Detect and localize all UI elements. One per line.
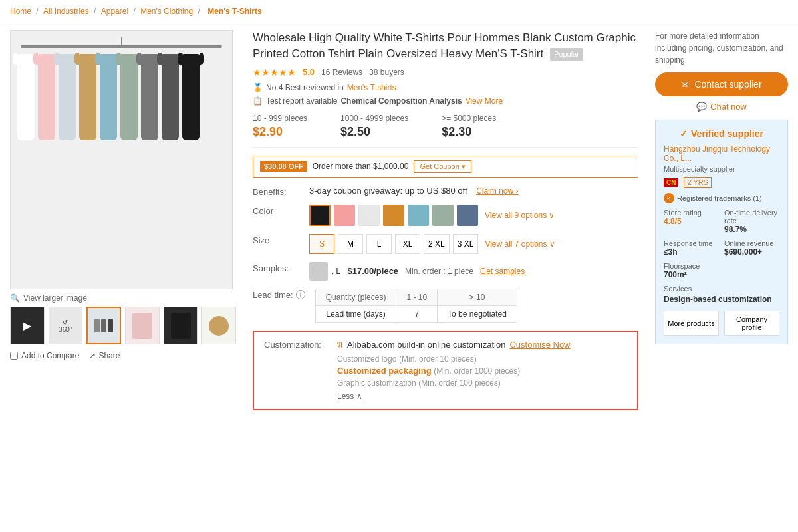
- share-icon: ↗: [89, 351, 96, 360]
- thumbnail-360[interactable]: ↺360°: [49, 307, 83, 344]
- off-badge: $30.00 OFF: [260, 161, 307, 172]
- verified-supplier-box: ✓ Verified supplier Hangzhou Jingqiu Tec…: [655, 120, 788, 344]
- view-larger-link[interactable]: 🔍 View larger image: [10, 293, 236, 303]
- view-more-link[interactable]: View More: [466, 96, 503, 106]
- less-link[interactable]: Less ∧: [337, 392, 362, 401]
- table-row: Lead time (days) 7 To be negotiated: [315, 305, 517, 322]
- color-row: Color View all 9 options ∨: [253, 205, 638, 226]
- dropdown-icon: ▾: [462, 162, 466, 171]
- verified-title: ✓ Verified supplier: [664, 128, 779, 139]
- stat-online-revenue: Online revenue $690,000+: [724, 239, 779, 257]
- view-all-sizes-link[interactable]: View all 7 options ∨: [485, 239, 555, 249]
- breadcrumb-current: Men's T-Shirts: [207, 7, 262, 16]
- trademark-badge: ✓: [664, 193, 674, 203]
- breadcrumb-mens-clothing[interactable]: Men's Clothing: [140, 7, 193, 16]
- product-title: Wholesale High Quality White T-Shirts Po…: [253, 30, 638, 62]
- thumbnail-dark[interactable]: [164, 307, 198, 344]
- thumbnail-row: ▶ ↺360°: [10, 307, 236, 344]
- supplier-name-link[interactable]: Hangzhou Jingqiu Technology Co., L...: [664, 144, 779, 163]
- add-to-compare-checkbox[interactable]: [10, 352, 18, 360]
- size-l[interactable]: L: [366, 234, 392, 254]
- color-swatch-white[interactable]: [358, 205, 380, 226]
- price-tier-3: >= 5000 pieces $2.30: [442, 114, 496, 139]
- cn-flag: CN: [664, 178, 678, 187]
- trademark: ✓ Registered trademarks (1): [664, 193, 779, 203]
- breadcrumb-home[interactable]: Home: [10, 7, 31, 16]
- claim-now-link[interactable]: Claim now ›: [476, 186, 518, 196]
- view-all-colors-link[interactable]: View all 9 options ∨: [485, 211, 555, 220]
- popular-badge: Popular: [550, 48, 583, 61]
- color-swatch-black[interactable]: [309, 205, 331, 226]
- main-container: 🔍 View larger image ▶ ↺360°: [0, 23, 798, 417]
- play-icon: ▶: [23, 319, 31, 332]
- company-profile-button[interactable]: Company profile: [724, 311, 779, 336]
- size-options: S M L XL 2 XL 3 XL View all 7 options ∨: [309, 234, 638, 254]
- image-section: 🔍 View larger image ▶ ↺360°: [10, 30, 236, 410]
- price-1: $2.90: [253, 125, 307, 139]
- size-s[interactable]: S: [309, 234, 334, 254]
- samples-info: , L $17.00/piece Min. order : 1 piece Ge…: [309, 262, 638, 281]
- product-info: Wholesale High Quality White T-Shirts Po…: [246, 30, 645, 410]
- stat-floorspace: Floorspace 700m²: [664, 262, 719, 279]
- breadcrumb: Home / All Industries / Apparel / Men's …: [0, 0, 798, 23]
- custom-item-1: Customized logo (Min. order 10 pieces): [337, 354, 627, 364]
- samples-row: Samples: , L $17.00/piece Min. order : 1…: [253, 262, 638, 281]
- contact-supplier-button[interactable]: ✉ Contact supplier: [655, 72, 788, 96]
- years-badge: 2 YRS: [684, 177, 712, 188]
- size-m[interactable]: M: [338, 234, 363, 254]
- thumbnail-accessories[interactable]: [201, 307, 236, 344]
- chat-now-button[interactable]: 💬 Chat now: [655, 102, 788, 112]
- stat-response-time: Response time ≤3h: [664, 239, 719, 257]
- verified-icon: ✓: [680, 128, 688, 139]
- color-swatch-pink[interactable]: [334, 205, 355, 226]
- size-2xl[interactable]: 2 XL: [424, 234, 450, 254]
- thumbnail-main[interactable]: [86, 307, 121, 344]
- color-swatch-gray-green[interactable]: [432, 205, 454, 226]
- color-swatch-orange[interactable]: [383, 205, 404, 226]
- rating-row: ★★★★★ 5.0 16 Reviews 38 buyers: [253, 67, 638, 78]
- coupon-bar: $30.00 OFF Order more than $1,000.00 Get…: [253, 156, 638, 178]
- price-tier-2: 1000 - 4999 pieces $2.50: [340, 114, 408, 139]
- services-value: Design-based customization: [664, 295, 779, 304]
- min-order: Min. order : 1 piece: [405, 267, 473, 276]
- size-3xl[interactable]: 3 XL: [453, 234, 479, 254]
- get-coupon-button[interactable]: Get Coupon ▾: [414, 160, 471, 173]
- more-info-text: For more detailed information including …: [655, 30, 788, 66]
- sample-price: $17.00/piece: [347, 266, 398, 276]
- test-report: 📋 Test report available Chemical Composi…: [253, 96, 638, 106]
- lead-time-row: Lead time: i Quantity (pieces) 1 - 10 > …: [253, 289, 638, 323]
- stat-store-rating: Store rating 4.8/5: [664, 209, 719, 234]
- clipboard-icon: 📋: [253, 96, 263, 106]
- rating-score: 5.0: [303, 67, 315, 77]
- info-icon[interactable]: i: [296, 290, 305, 299]
- services-section: Services Design-based customization: [664, 285, 779, 304]
- custom-item-2: Customized packaging (Min. order 1000 pi…: [337, 366, 627, 376]
- customise-now-link[interactable]: Customise Now: [509, 340, 570, 350]
- chevron-down-icon: ∨: [549, 211, 555, 220]
- 360-icon: ↺360°: [59, 319, 72, 333]
- thumbnail-play[interactable]: ▶: [10, 307, 45, 344]
- stat-delivery-rate: On-time delivery rate 98.7%: [724, 209, 779, 234]
- chevron-down-icon-2: ∨: [549, 239, 555, 249]
- reviews-link[interactable]: 16 Reviews: [321, 68, 362, 77]
- color-swatch-navy[interactable]: [457, 205, 478, 226]
- main-product-image: [10, 30, 233, 289]
- share-button[interactable]: ↗ Share: [89, 351, 120, 360]
- get-samples-link[interactable]: Get samples: [480, 267, 525, 276]
- envelope-icon: ✉: [681, 79, 689, 90]
- thumbnail-pink[interactable]: [125, 307, 160, 344]
- alibaba-icon: 𝔄: [337, 340, 343, 350]
- compare-share-bar: Add to Compare ↗ Share: [10, 351, 236, 360]
- best-reviewed: 🏅 No.4 Best reviewed in Men's T-shirts: [253, 83, 638, 92]
- action-buttons: More products Company profile: [664, 311, 779, 336]
- size-row: Size S M L XL 2 XL 3 XL View all 7 optio…: [253, 234, 638, 254]
- breadcrumb-all-industries[interactable]: All Industries: [43, 7, 89, 16]
- sidebar: For more detailed information including …: [655, 30, 788, 410]
- breadcrumb-apparel[interactable]: Apparel: [101, 7, 128, 16]
- rank-category-link[interactable]: Men's T-shirts: [347, 83, 396, 92]
- color-swatch-blue[interactable]: [408, 205, 429, 226]
- add-to-compare-label[interactable]: Add to Compare: [10, 351, 79, 360]
- size-xl[interactable]: XL: [395, 234, 420, 254]
- more-products-button[interactable]: More products: [664, 311, 719, 336]
- customization-box: Customization: 𝔄 Alibaba.com build-in on…: [253, 331, 638, 410]
